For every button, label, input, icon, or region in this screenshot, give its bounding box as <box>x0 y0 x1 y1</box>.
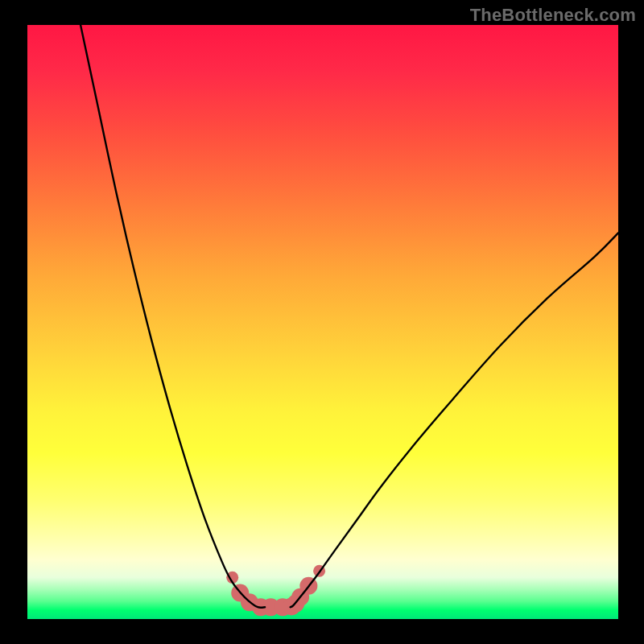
chart-container: TheBottleneck.com <box>0 0 644 644</box>
plot-area <box>27 25 618 619</box>
watermark-text: TheBottleneck.com <box>470 5 636 26</box>
